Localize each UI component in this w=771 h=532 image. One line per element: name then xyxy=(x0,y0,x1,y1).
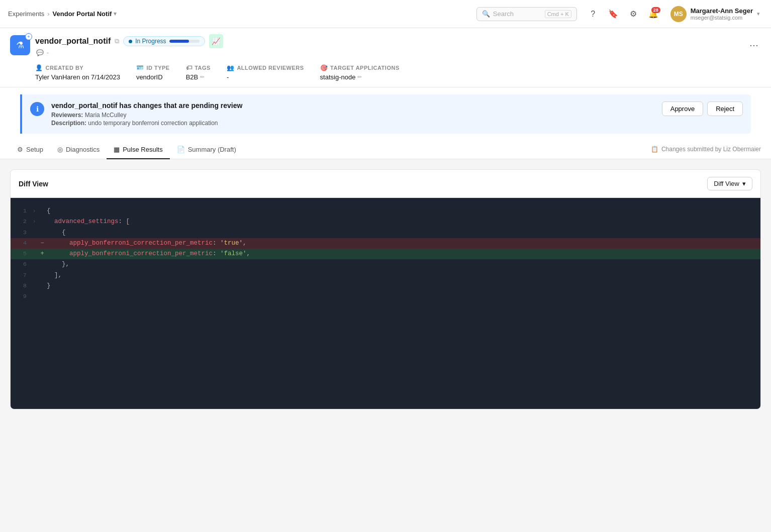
topnav: Experiments › Vendor Portal Notif ▾ 🔍 Se… xyxy=(0,0,771,28)
tab-pulse-results[interactable]: ▦ Pulse Results xyxy=(107,141,169,159)
tags-text: B2B xyxy=(186,73,199,81)
copy-icon[interactable]: ⧉ xyxy=(115,37,119,45)
tags-value: B2B ✏ xyxy=(186,73,211,81)
more-options-button[interactable]: ⋯ xyxy=(747,38,761,52)
pulse-tab-label: Pulse Results xyxy=(123,146,162,153)
experiment-sub-row: 💬 - xyxy=(36,49,223,56)
setup-tab-icon: ⚙ xyxy=(17,146,23,153)
meta-allowed-reviewers: 👥 ALLOWED REVIEWERS - xyxy=(227,64,304,81)
line-fold-8 xyxy=(31,281,38,291)
line-marker-9 xyxy=(38,291,47,301)
comment-icon: 💬 xyxy=(36,49,44,56)
diagnostics-tab-label: Diagnostics xyxy=(66,146,100,153)
meta-reviewers-label: 👥 ALLOWED REVIEWERS xyxy=(227,64,304,71)
tags-edit-icon[interactable]: ✏ xyxy=(200,74,205,80)
tab-diagnostics[interactable]: ◎ Diagnostics xyxy=(50,141,107,159)
bookmark-button[interactable]: 🔖 xyxy=(605,6,621,22)
status-label: In Progress xyxy=(135,38,166,45)
code-line-5: 5+ apply_bonferroni_correction_per_metri… xyxy=(11,249,760,259)
meta-target-apps-label: 🎯 TARGET APPLICATIONS xyxy=(320,64,400,71)
notifications-button[interactable]: 🔔 28 xyxy=(645,6,661,22)
review-description: Description: undo temporary bonferroni c… xyxy=(51,120,655,127)
review-banner: ℹ vendor_portal_notif has changes that a… xyxy=(20,94,751,134)
target-apps-text: statsig-node xyxy=(320,73,356,81)
target-apps-value: statsig-node ✏ xyxy=(320,73,400,81)
experiment-status-badge-icon: + xyxy=(25,33,32,40)
line-fold-2: › xyxy=(31,217,38,227)
topnav-icons: ? 🔖 ⚙ 🔔 28 xyxy=(585,6,661,22)
line-fold-1: › xyxy=(31,206,38,217)
summary-tab-label: Summary (Draft) xyxy=(188,146,236,153)
search-shortcut: Cmd + K xyxy=(545,10,571,18)
line-number-3: 3 xyxy=(11,228,31,238)
experiment-header-right: ⋯ xyxy=(747,38,761,52)
breadcrumb-separator: › xyxy=(47,10,49,18)
status-badge: In Progress xyxy=(123,36,205,46)
changes-icon: 📋 xyxy=(651,146,658,153)
tab-summary[interactable]: 📄 Summary (Draft) xyxy=(170,141,243,159)
line-content-5: apply_bonferroni_correction_per_metric: … xyxy=(47,249,760,259)
line-content-3: { xyxy=(47,228,760,238)
code-line-3: 3 { xyxy=(11,228,760,238)
target-apps-label-text: TARGET APPLICATIONS xyxy=(330,65,400,71)
reviewers-value: - xyxy=(227,73,304,81)
code-line-8: 8} xyxy=(11,281,760,291)
target-apps-edit-icon[interactable]: ✏ xyxy=(357,74,362,80)
settings-button[interactable]: ⚙ xyxy=(625,6,641,22)
search-label: Search xyxy=(493,10,514,18)
user-menu-chevron-icon: ▾ xyxy=(757,11,760,17)
diff-view-selector[interactable]: Diff View ▾ xyxy=(707,177,752,190)
breadcrumb-current-label: Vendor Portal Notif xyxy=(53,10,112,18)
review-title: vendor_portal_notif has changes that are… xyxy=(51,101,655,110)
breadcrumb-current: Vendor Portal Notif ▾ xyxy=(53,10,117,18)
line-content-4: apply_bonferroni_correction_per_metric: … xyxy=(47,238,760,249)
tab-setup[interactable]: ⚙ Setup xyxy=(10,141,50,159)
summary-tab-icon: 📄 xyxy=(177,146,185,153)
line-marker-5: + xyxy=(38,249,47,259)
help-button[interactable]: ? xyxy=(585,6,601,22)
pulse-tab-icon: ▦ xyxy=(114,146,120,153)
line-number-4: 4 xyxy=(11,238,31,249)
meta-id-type: 🪪 ID TYPE vendorID xyxy=(136,64,170,81)
diff-selector-chevron-icon: ▾ xyxy=(742,180,746,187)
reviewers-label: Reviewers: xyxy=(51,112,83,119)
tabs-bar: ⚙ Setup ◎ Diagnostics ▦ Pulse Results 📄 … xyxy=(0,141,771,159)
pulse-icon-button[interactable]: 📈 xyxy=(209,34,223,48)
main-content: ⚗ + vendor_portal_notif ⧉ In Progress xyxy=(0,28,771,511)
reviewers-label-text: ALLOWED REVIEWERS xyxy=(237,65,304,71)
line-fold-6 xyxy=(31,259,38,270)
chevron-down-icon[interactable]: ▾ xyxy=(114,11,117,17)
search-box[interactable]: 🔍 Search Cmd + K xyxy=(476,7,577,21)
approve-button[interactable]: Approve xyxy=(662,101,703,116)
user-info: Margaret-Ann Seger mseger@statsig.com xyxy=(691,7,753,21)
line-number-8: 8 xyxy=(11,281,31,291)
id-type-value: vendorID xyxy=(136,73,170,81)
code-line-2: 2› advanced_settings: [ xyxy=(11,217,760,227)
experiment-title-row: ⚗ + vendor_portal_notif ⧉ In Progress xyxy=(10,34,761,56)
meta-created-by-label: 👤 CREATED BY xyxy=(35,64,120,71)
id-icon: 🪪 xyxy=(136,64,144,71)
reject-button[interactable]: Reject xyxy=(707,101,743,116)
breadcrumb: Experiments › Vendor Portal Notif ▾ xyxy=(8,10,238,18)
line-marker-8 xyxy=(38,281,47,291)
tabs-right-info: 📋 Changes submitted by Liz Obermaier xyxy=(651,146,761,154)
experiment-name: vendor_portal_notif xyxy=(35,37,111,46)
user-name: Margaret-Ann Seger xyxy=(691,7,753,15)
line-number-1: 1 xyxy=(11,206,31,217)
description-label: Description: xyxy=(51,120,86,127)
reviewer-icon: 👥 xyxy=(227,64,235,71)
review-banner-wrapper: ℹ vendor_portal_notif has changes that a… xyxy=(0,87,771,134)
line-marker-3 xyxy=(38,228,47,238)
line-fold-3 xyxy=(31,228,38,238)
review-actions: Approve Reject xyxy=(662,101,743,116)
code-line-7: 7 ], xyxy=(11,270,760,281)
tags-label-text: TAGS xyxy=(195,65,211,71)
pulse-icon: 📈 xyxy=(212,37,220,45)
code-line-9: 9 xyxy=(11,291,760,301)
breadcrumb-experiments[interactable]: Experiments xyxy=(8,10,44,18)
user-menu[interactable]: MS Margaret-Ann Seger mseger@statsig.com… xyxy=(667,4,763,24)
notification-badge: 28 xyxy=(651,7,660,13)
line-content-6: }, xyxy=(47,259,760,270)
content-area: Diff View Diff View ▾ 1›{2› advanced_set… xyxy=(0,159,771,511)
progress-fill xyxy=(169,40,189,43)
